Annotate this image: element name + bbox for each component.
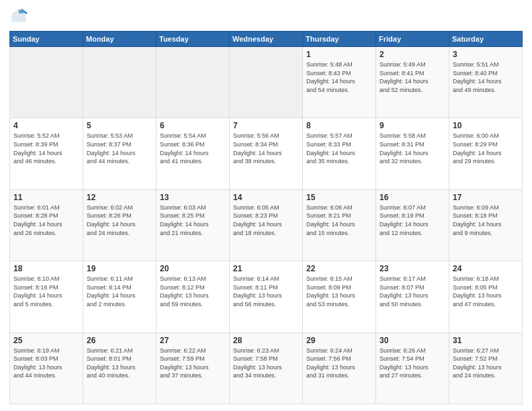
page: SundayMondayTuesdayWednesdayThursdayFrid… <box>0 0 532 411</box>
col-header-thursday: Thursday <box>303 32 376 47</box>
day-number: 21 <box>233 264 299 273</box>
logo-icon <box>9 7 28 26</box>
day-number: 19 <box>87 264 152 273</box>
day-cell: 11Sunrise: 6:01 AM Sunset: 8:28 PM Dayli… <box>10 189 83 261</box>
day-cell: 25Sunrise: 6:19 AM Sunset: 8:03 PM Dayli… <box>10 332 83 404</box>
col-header-sunday: Sunday <box>10 32 83 47</box>
day-info: Sunrise: 6:01 AM Sunset: 8:28 PM Dayligh… <box>13 203 79 237</box>
day-number: 29 <box>306 336 372 345</box>
day-number: 16 <box>380 193 445 202</box>
day-number: 11 <box>13 193 79 202</box>
day-info: Sunrise: 6:27 AM Sunset: 7:52 PM Dayligh… <box>453 347 519 380</box>
day-number: 3 <box>453 50 519 59</box>
calendar: SundayMondayTuesdayWednesdayThursdayFrid… <box>9 31 523 404</box>
day-cell: 30Sunrise: 6:26 AM Sunset: 7:54 PM Dayli… <box>376 332 449 404</box>
day-info: Sunrise: 5:53 AM Sunset: 8:37 PM Dayligh… <box>87 132 152 165</box>
day-cell: 15Sunrise: 6:06 AM Sunset: 8:21 PM Dayli… <box>303 189 376 261</box>
day-number: 30 <box>380 336 445 345</box>
day-cell: 24Sunrise: 6:18 AM Sunset: 8:05 PM Dayli… <box>449 261 523 332</box>
day-number: 22 <box>306 264 372 273</box>
col-header-friday: Friday <box>376 32 449 47</box>
day-cell: 23Sunrise: 6:17 AM Sunset: 8:07 PM Dayli… <box>376 261 449 332</box>
day-number: 4 <box>13 121 79 130</box>
day-info: Sunrise: 6:18 AM Sunset: 8:05 PM Dayligh… <box>453 275 519 308</box>
day-cell: 1Sunrise: 5:48 AM Sunset: 8:43 PM Daylig… <box>303 47 376 118</box>
day-cell: 20Sunrise: 6:13 AM Sunset: 8:12 PM Dayli… <box>157 261 230 332</box>
day-cell: 14Sunrise: 6:05 AM Sunset: 8:23 PM Dayli… <box>230 189 303 261</box>
day-cell: 4Sunrise: 5:52 AM Sunset: 8:39 PM Daylig… <box>10 118 83 189</box>
week-row-3: 18Sunrise: 6:10 AM Sunset: 8:16 PM Dayli… <box>10 261 523 332</box>
day-cell: 13Sunrise: 6:03 AM Sunset: 8:25 PM Dayli… <box>157 189 230 261</box>
col-header-monday: Monday <box>83 32 157 47</box>
day-info: Sunrise: 5:49 AM Sunset: 8:41 PM Dayligh… <box>380 60 445 94</box>
day-cell: 21Sunrise: 6:14 AM Sunset: 8:11 PM Dayli… <box>230 261 303 332</box>
day-cell: 2Sunrise: 5:49 AM Sunset: 8:41 PM Daylig… <box>376 47 449 118</box>
day-cell: 27Sunrise: 6:22 AM Sunset: 7:59 PM Dayli… <box>157 332 230 404</box>
header <box>9 7 523 26</box>
day-number: 26 <box>87 336 152 345</box>
day-cell: 19Sunrise: 6:11 AM Sunset: 8:14 PM Dayli… <box>83 261 157 332</box>
day-info: Sunrise: 6:21 AM Sunset: 8:01 PM Dayligh… <box>87 347 152 380</box>
day-info: Sunrise: 6:03 AM Sunset: 8:25 PM Dayligh… <box>160 203 226 237</box>
day-info: Sunrise: 6:02 AM Sunset: 8:26 PM Dayligh… <box>87 203 152 237</box>
day-number: 17 <box>453 193 519 202</box>
day-cell: 22Sunrise: 6:15 AM Sunset: 8:09 PM Dayli… <box>303 261 376 332</box>
day-info: Sunrise: 5:48 AM Sunset: 8:43 PM Dayligh… <box>306 60 372 94</box>
day-cell: 12Sunrise: 6:02 AM Sunset: 8:26 PM Dayli… <box>83 189 157 261</box>
week-row-0: 1Sunrise: 5:48 AM Sunset: 8:43 PM Daylig… <box>10 47 523 118</box>
day-info: Sunrise: 5:56 AM Sunset: 8:34 PM Dayligh… <box>233 132 299 165</box>
day-info: Sunrise: 6:11 AM Sunset: 8:14 PM Dayligh… <box>87 275 152 308</box>
col-header-saturday: Saturday <box>449 32 523 47</box>
day-number: 7 <box>233 121 299 130</box>
day-cell <box>83 47 157 118</box>
day-cell: 26Sunrise: 6:21 AM Sunset: 8:01 PM Dayli… <box>83 332 157 404</box>
day-info: Sunrise: 6:23 AM Sunset: 7:58 PM Dayligh… <box>233 347 299 380</box>
day-number: 15 <box>306 193 372 202</box>
day-info: Sunrise: 5:58 AM Sunset: 8:31 PM Dayligh… <box>380 132 445 165</box>
col-header-wednesday: Wednesday <box>230 32 303 47</box>
day-cell: 28Sunrise: 6:23 AM Sunset: 7:58 PM Dayli… <box>230 332 303 404</box>
day-info: Sunrise: 6:06 AM Sunset: 8:21 PM Dayligh… <box>306 203 372 237</box>
day-number: 25 <box>13 336 79 345</box>
day-info: Sunrise: 5:51 AM Sunset: 8:40 PM Dayligh… <box>453 60 519 94</box>
day-cell: 29Sunrise: 6:24 AM Sunset: 7:56 PM Dayli… <box>303 332 376 404</box>
day-cell: 6Sunrise: 5:54 AM Sunset: 8:36 PM Daylig… <box>157 118 230 189</box>
day-info: Sunrise: 6:19 AM Sunset: 8:03 PM Dayligh… <box>13 347 79 380</box>
day-number: 28 <box>233 336 299 345</box>
day-cell: 7Sunrise: 5:56 AM Sunset: 8:34 PM Daylig… <box>230 118 303 189</box>
day-number: 18 <box>13 264 79 273</box>
day-number: 24 <box>453 264 519 273</box>
day-number: 20 <box>160 264 226 273</box>
day-info: Sunrise: 6:26 AM Sunset: 7:54 PM Dayligh… <box>380 347 445 380</box>
week-row-4: 25Sunrise: 6:19 AM Sunset: 8:03 PM Dayli… <box>10 332 523 404</box>
day-cell: 10Sunrise: 6:00 AM Sunset: 8:29 PM Dayli… <box>449 118 523 189</box>
day-cell <box>230 47 303 118</box>
week-row-1: 4Sunrise: 5:52 AM Sunset: 8:39 PM Daylig… <box>10 118 523 189</box>
day-number: 6 <box>160 121 226 130</box>
day-cell: 17Sunrise: 6:09 AM Sunset: 8:18 PM Dayli… <box>449 189 523 261</box>
calendar-table: SundayMondayTuesdayWednesdayThursdayFrid… <box>9 31 523 404</box>
day-cell <box>157 47 230 118</box>
day-info: Sunrise: 5:52 AM Sunset: 8:39 PM Dayligh… <box>13 132 79 165</box>
day-info: Sunrise: 6:09 AM Sunset: 8:18 PM Dayligh… <box>453 203 519 237</box>
day-info: Sunrise: 6:00 AM Sunset: 8:29 PM Dayligh… <box>453 132 519 165</box>
day-number: 9 <box>380 121 445 130</box>
day-number: 1 <box>306 50 372 59</box>
day-info: Sunrise: 6:05 AM Sunset: 8:23 PM Dayligh… <box>233 203 299 237</box>
day-cell: 8Sunrise: 5:57 AM Sunset: 8:33 PM Daylig… <box>303 118 376 189</box>
day-cell: 18Sunrise: 6:10 AM Sunset: 8:16 PM Dayli… <box>10 261 83 332</box>
day-info: Sunrise: 6:15 AM Sunset: 8:09 PM Dayligh… <box>306 275 372 308</box>
day-info: Sunrise: 6:24 AM Sunset: 7:56 PM Dayligh… <box>306 347 372 380</box>
day-number: 31 <box>453 336 519 345</box>
day-info: Sunrise: 6:14 AM Sunset: 8:11 PM Dayligh… <box>233 275 299 308</box>
day-number: 27 <box>160 336 226 345</box>
day-number: 8 <box>306 121 372 130</box>
day-cell: 9Sunrise: 5:58 AM Sunset: 8:31 PM Daylig… <box>376 118 449 189</box>
header-row: SundayMondayTuesdayWednesdayThursdayFrid… <box>10 32 523 47</box>
day-number: 12 <box>87 193 152 202</box>
day-number: 14 <box>233 193 299 202</box>
day-info: Sunrise: 6:07 AM Sunset: 8:19 PM Dayligh… <box>380 203 445 237</box>
day-cell: 16Sunrise: 6:07 AM Sunset: 8:19 PM Dayli… <box>376 189 449 261</box>
col-header-tuesday: Tuesday <box>157 32 230 47</box>
week-row-2: 11Sunrise: 6:01 AM Sunset: 8:28 PM Dayli… <box>10 189 523 261</box>
